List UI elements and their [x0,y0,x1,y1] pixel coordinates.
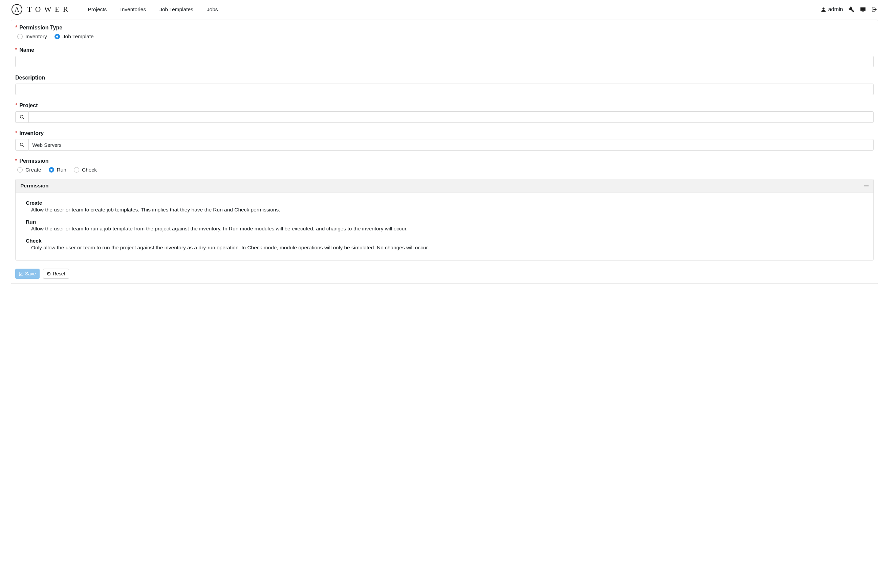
help-title: Permission [20,183,49,189]
radio-label: Check [82,167,97,173]
project-input[interactable] [29,111,874,123]
current-user-name: admin [828,6,843,12]
label-permission-type: * Permission Type [15,25,874,31]
label-text: Project [19,102,38,109]
radio-dot [54,34,60,39]
permission-help-body: Create Allow the user or team to create … [15,192,874,260]
reset-button[interactable]: Reset [43,268,69,279]
button-label: Save [25,271,36,276]
radio-dot [74,167,79,172]
inventory-lookup [15,139,874,150]
svg-line-3 [23,146,24,147]
required-marker: * [15,25,17,31]
help-item-create: Create Allow the user or team to create … [26,200,863,213]
brand[interactable]: A TOWER [12,4,71,15]
undo-icon [47,272,51,276]
description-input[interactable] [15,84,874,95]
nav-inventories[interactable]: Inventories [120,6,146,12]
search-icon [20,115,24,119]
radio-dot [17,34,23,39]
label-text: Permission [19,158,48,164]
topbar-right: admin [821,6,877,12]
project-search-button[interactable] [15,111,29,123]
help-item-check: Check Only allow the user or team to run… [26,238,863,251]
user-icon [821,7,826,12]
required-marker: * [15,47,17,53]
radio-permission-type-job-template[interactable]: Job Template [54,33,94,40]
radio-dot [17,167,23,172]
permission-help-panel: Permission Create Allow the user or team… [15,179,874,261]
help-item-title: Check [26,238,863,244]
svg-line-1 [23,118,24,119]
label-text: Inventory [19,130,44,136]
help-item-body: Only allow the user or team to run the p… [31,244,863,251]
radio-label: Inventory [26,33,47,40]
radio-label: Create [26,167,41,173]
search-icon [20,142,24,147]
field-inventory: * Inventory [15,130,874,150]
check-icon [19,272,23,276]
radio-permission-create[interactable]: Create [17,167,41,173]
nav-projects[interactable]: Projects [88,6,107,12]
collapse-icon [864,185,869,186]
radio-permission-check[interactable]: Check [74,167,97,173]
label-text: Name [19,47,34,53]
save-button[interactable]: Save [15,268,40,279]
help-item-title: Create [26,200,863,206]
inventory-search-button[interactable] [15,139,29,150]
radio-label: Run [57,167,66,173]
nav-jobs[interactable]: Jobs [207,6,218,12]
brand-name: TOWER [27,5,71,14]
radio-dot [49,167,54,172]
svg-point-2 [20,143,23,146]
current-user[interactable]: admin [821,6,843,12]
inventory-input[interactable] [29,139,874,150]
main-nav: Projects Inventories Job Templates Jobs [88,6,218,12]
field-name: * Name [15,47,874,68]
permission-help-header[interactable]: Permission [15,179,874,192]
project-lookup [15,111,874,123]
permission-radiogroup: Create Run Check [15,167,874,173]
form-actions: Save Reset [15,268,874,279]
label-description: Description [15,75,874,81]
field-description: Description [15,75,874,95]
field-permission: * Permission Create Run Check Permission [15,158,874,261]
permission-form-panel: * Permission Type Inventory Job Template… [11,20,878,284]
field-project: * Project [15,102,874,123]
name-input[interactable] [15,56,874,68]
help-item-body: Allow the user or team to run a job temp… [31,226,863,232]
help-item-title: Run [26,219,863,225]
setup-icon[interactable] [848,6,854,12]
portal-icon[interactable] [860,6,866,12]
svg-point-0 [20,116,23,118]
logout-icon[interactable] [871,6,877,12]
button-label: Reset [53,271,65,276]
label-project: * Project [15,102,874,109]
topbar: A TOWER Projects Inventories Job Templat… [0,0,889,19]
label-text: Permission Type [19,25,62,31]
radio-permission-run[interactable]: Run [49,167,66,173]
label-inventory: * Inventory [15,130,874,136]
required-marker: * [15,102,17,109]
required-marker: * [15,130,17,136]
permission-type-radiogroup: Inventory Job Template [15,33,874,40]
radio-label: Job Template [63,33,94,40]
radio-permission-type-inventory[interactable]: Inventory [17,33,47,40]
brand-mark: A [12,4,23,15]
label-name: * Name [15,47,874,53]
label-text: Description [15,75,45,81]
nav-job-templates[interactable]: Job Templates [159,6,193,12]
help-item-body: Allow the user or team to create job tem… [31,207,863,213]
field-permission-type: * Permission Type Inventory Job Template [15,25,874,40]
help-item-run: Run Allow the user or team to run a job … [26,219,863,232]
label-permission: * Permission [15,158,874,164]
required-marker: * [15,158,17,164]
